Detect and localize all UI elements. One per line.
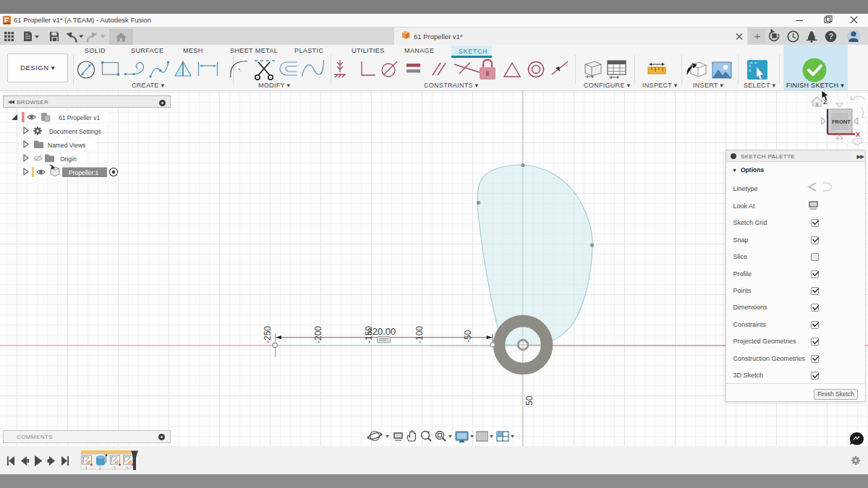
svg-text:X: X: [856, 131, 860, 138]
svg-text:-50: -50: [463, 330, 473, 343]
svg-text:-250: -250: [263, 326, 273, 343]
svg-text:?: ?: [829, 32, 834, 40]
svg-text:220.00: 220.00: [367, 326, 396, 337]
svg-text:50: 50: [524, 395, 535, 406]
svg-text:-200: -200: [313, 326, 323, 343]
svg-text:FRONT: FRONT: [832, 119, 851, 125]
svg-text:-100: -100: [414, 326, 425, 343]
